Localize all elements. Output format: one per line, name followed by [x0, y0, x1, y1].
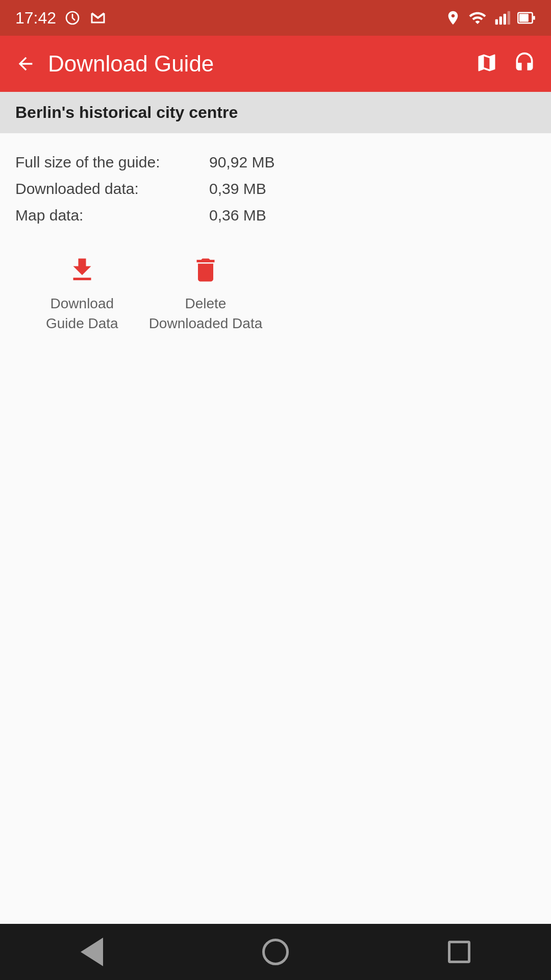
back-button[interactable]: [15, 54, 36, 74]
audio-button[interactable]: [513, 52, 536, 76]
nav-home-button[interactable]: [255, 932, 296, 972]
guide-info-table: Full size of the guide: 90,92 MB Downloa…: [15, 154, 536, 224]
nav-back-button[interactable]: [71, 932, 112, 972]
download-guide-button[interactable]: Download Guide Data: [46, 255, 118, 333]
svg-rect-7: [519, 14, 529, 21]
status-left: 17:42: [15, 9, 107, 28]
svg-rect-1: [495, 19, 498, 25]
wifi-icon: [468, 9, 487, 27]
download-icon: [67, 255, 97, 285]
map-data-label: Map data:: [15, 207, 209, 224]
full-size-label: Full size of the guide:: [15, 154, 209, 171]
download-label: Download Guide Data: [46, 293, 118, 333]
svg-rect-4: [508, 11, 510, 25]
section-title: Berlin's historical city centre: [15, 103, 238, 121]
map-data-row: Map data: 0,36 MB: [15, 207, 536, 224]
full-size-value: 90,92 MB: [209, 154, 274, 171]
app-bar: Download Guide: [0, 36, 551, 92]
main-content: Full size of the guide: 90,92 MB Downloa…: [0, 133, 551, 924]
page-title: Download Guide: [48, 51, 475, 77]
svg-rect-6: [533, 16, 535, 20]
alarm-icon: [64, 10, 81, 26]
downloaded-row: Downloaded data: 0,39 MB: [15, 180, 536, 198]
nav-overview-icon: [448, 941, 470, 963]
app-bar-actions: [475, 52, 536, 76]
status-time: 17:42: [15, 9, 56, 28]
delete-label: Delete Downloaded Data: [149, 293, 263, 333]
map-button[interactable]: [475, 52, 498, 76]
nav-bar: [0, 924, 551, 980]
location-icon: [445, 10, 461, 26]
status-bar: 17:42: [0, 0, 551, 36]
svg-rect-3: [504, 14, 506, 24]
gmail-icon: [89, 9, 107, 27]
nav-back-icon: [81, 938, 103, 966]
trash-icon: [190, 255, 221, 285]
status-right: [445, 9, 536, 27]
downloaded-value: 0,39 MB: [209, 180, 266, 198]
full-size-row: Full size of the guide: 90,92 MB: [15, 154, 536, 171]
signal-icon: [494, 10, 510, 26]
nav-overview-button[interactable]: [439, 932, 480, 972]
downloaded-label: Downloaded data:: [15, 180, 209, 198]
actions-row: Download Guide Data Delete Downloaded Da…: [15, 255, 536, 333]
delete-data-button[interactable]: Delete Downloaded Data: [149, 255, 263, 333]
map-data-value: 0,36 MB: [209, 207, 266, 224]
nav-home-icon: [262, 939, 289, 965]
section-header: Berlin's historical city centre: [0, 92, 551, 133]
svg-rect-2: [499, 16, 502, 24]
battery-icon: [517, 10, 536, 26]
